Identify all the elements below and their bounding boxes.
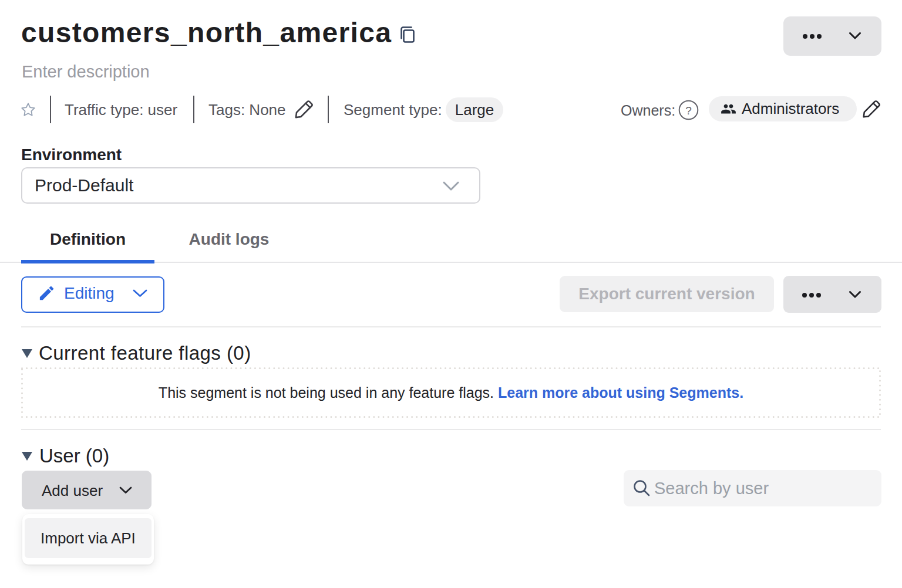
svg-text:?: ?: [685, 104, 692, 117]
